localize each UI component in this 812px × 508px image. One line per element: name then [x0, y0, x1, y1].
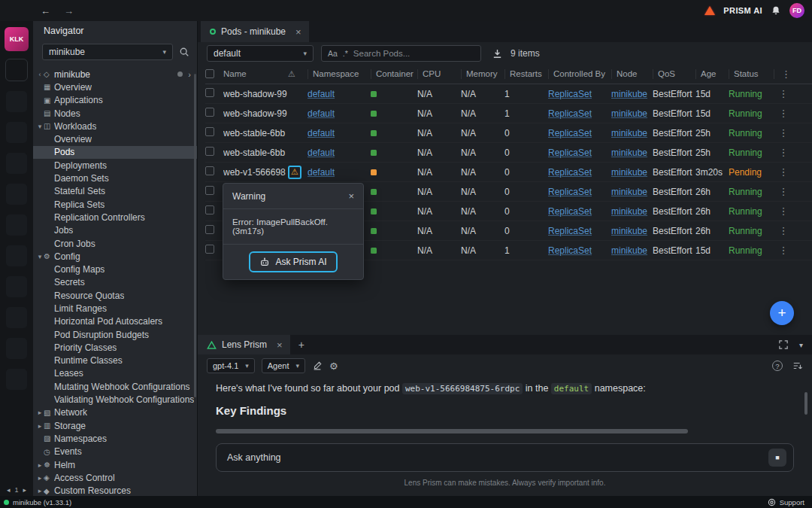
model-select[interactable]: gpt-4.1 ▾	[207, 358, 255, 373]
row-checkbox[interactable]	[205, 127, 214, 136]
namespace-link[interactable]: default	[308, 128, 335, 138]
sidebar-item-applications[interactable]: ▣Applications	[33, 94, 197, 107]
sidebar-item-network[interactable]: ▸▧Network	[33, 406, 197, 419]
controlled-by-link[interactable]: ReplicaSet	[548, 206, 592, 217]
download-icon[interactable]	[492, 48, 503, 59]
new-chat-icon[interactable]	[312, 360, 323, 371]
table-row[interactable]: web-shadow-99defaultN/AN/A1ReplicaSetmin…	[205, 104, 812, 123]
row-checkbox[interactable]	[205, 225, 214, 234]
column-header-name[interactable]: Name	[223, 69, 288, 79]
sidebar-item-replication-controllers[interactable]: Replication Controllers	[33, 211, 197, 224]
namespace-link[interactable]: default	[308, 89, 335, 99]
sidebar-item-secrets[interactable]: Secrets	[33, 276, 197, 289]
chevron-down-icon[interactable]: ▾	[36, 253, 44, 260]
controlled-by-link[interactable]: ReplicaSet	[548, 128, 592, 138]
controlled-by-link[interactable]: ReplicaSet	[548, 167, 592, 178]
chevron-down-icon[interactable]: ▾	[36, 123, 44, 130]
hotbar-empty-slot[interactable]	[5, 59, 28, 81]
row-checkbox[interactable]	[205, 205, 214, 214]
node-link[interactable]: minikube	[611, 167, 647, 178]
column-header-namespace[interactable]: Namespace	[308, 69, 371, 79]
namespace-link[interactable]: default	[308, 148, 335, 158]
chevron-right-icon[interactable]: ▸	[36, 487, 44, 494]
sidebar-item-daemon-sets[interactable]: Daemon Sets	[33, 172, 197, 184]
cluster-select[interactable]: minikube ▾	[42, 44, 173, 60]
column-header-cpu[interactable]: CPU	[417, 69, 461, 79]
table-menu-icon[interactable]: ⋮	[774, 69, 793, 79]
expand-panel-icon[interactable]	[779, 340, 788, 349]
row-menu-icon[interactable]: ⋮	[774, 205, 793, 217]
controlled-by-link[interactable]: ReplicaSet	[548, 226, 592, 236]
row-checkbox[interactable]	[205, 245, 214, 254]
namespace-select[interactable]: default ▾	[207, 45, 314, 62]
controlled-by-link[interactable]: ReplicaSet	[548, 245, 592, 256]
sidebar-item-config-maps[interactable]: Config Maps	[33, 263, 197, 275]
warning-filter-icon[interactable]: ⚠	[288, 69, 308, 79]
support-link[interactable]: Support	[768, 498, 804, 506]
row-menu-icon[interactable]: ⋮	[774, 166, 793, 178]
chevron-right-icon[interactable]: ▸	[36, 422, 44, 430]
sidebar-item-deployments[interactable]: Deployments	[33, 159, 197, 172]
controlled-by-link[interactable]: ReplicaSet	[548, 187, 592, 197]
chevron-right-icon[interactable]: ›	[188, 70, 191, 79]
controlled-by-link[interactable]: ReplicaSet	[548, 89, 592, 99]
prism-scrollbar[interactable]	[804, 392, 807, 415]
sidebar-item-helm[interactable]: ▸☸Helm	[33, 458, 197, 471]
node-link[interactable]: minikube	[611, 128, 647, 138]
notifications-bell-icon[interactable]	[771, 5, 781, 16]
sidebar-item-stateful-sets[interactable]: Stateful Sets	[33, 185, 197, 198]
sidebar-item-overview[interactable]: ▦Overview	[33, 81, 197, 93]
row-menu-icon[interactable]: ⋮	[774, 127, 793, 138]
sidebar-item-jobs[interactable]: Jobs	[33, 224, 197, 237]
ask-anything-input[interactable]: Ask anything ■	[216, 443, 794, 472]
column-header-age[interactable]: Age	[695, 69, 729, 79]
user-avatar[interactable]: FD	[789, 3, 804, 18]
sidebar-item-nodes[interactable]: ▤Nodes	[33, 107, 197, 120]
sidebar-item-resource-quotas[interactable]: Resource Quotas	[33, 289, 197, 302]
row-checkbox[interactable]	[205, 108, 214, 117]
node-link[interactable]: minikube	[611, 108, 647, 119]
cluster-item-minikube[interactable]: ‹◇minikube›	[33, 68, 197, 81]
active-cluster-logo[interactable]: KLK	[5, 27, 29, 51]
namespace-link[interactable]: default	[308, 167, 335, 178]
sidebar-item-namespaces[interactable]: ▨Namespaces	[33, 432, 197, 445]
column-header-memory[interactable]: Memory	[461, 69, 504, 79]
node-link[interactable]: minikube	[611, 187, 647, 197]
sidebar-item-runtime-classes[interactable]: Runtime Classes	[33, 354, 197, 367]
sidebar-item-horizontal-pod-autoscalers[interactable]: Horizontal Pod Autoscalers	[33, 315, 197, 328]
table-row[interactable]: web-stable-6bbdefaultN/AN/A0ReplicaSetmi…	[205, 123, 812, 143]
new-prism-tab-icon[interactable]: +	[298, 339, 304, 351]
tab-lens-prism[interactable]: Lens Prism ×	[198, 335, 290, 354]
back-button[interactable]: ←	[41, 5, 50, 17]
row-menu-icon[interactable]: ⋮	[774, 245, 793, 256]
chevron-left-icon[interactable]: ‹	[36, 71, 44, 78]
row-checkbox[interactable]	[205, 88, 214, 97]
sidebar-item-replica-sets[interactable]: Replica Sets	[33, 198, 197, 211]
controlled-by-link[interactable]: ReplicaSet	[548, 108, 592, 119]
tab-pods-minikube[interactable]: Pods - minikube ×	[201, 21, 309, 42]
namespace-link[interactable]: default	[308, 108, 335, 119]
sidebar-item-priority-classes[interactable]: Priority Classes	[33, 341, 197, 354]
match-case-toggle[interactable]: Aa	[328, 49, 338, 58]
sidebar-item-cron-jobs[interactable]: Cron Jobs	[33, 237, 197, 250]
row-menu-icon[interactable]: ⋮	[774, 88, 793, 99]
history-icon[interactable]	[792, 360, 803, 371]
node-link[interactable]: minikube	[611, 148, 647, 158]
row-checkbox[interactable]	[205, 186, 214, 195]
gear-icon[interactable]: ⚙	[329, 360, 338, 372]
table-row[interactable]: web-shadow-99defaultN/AN/A1ReplicaSetmin…	[205, 84, 812, 104]
regex-toggle[interactable]: .*	[343, 49, 348, 58]
sidebar-item-access-control[interactable]: ▸◈Access Control	[33, 471, 197, 484]
help-icon[interactable]: ?	[772, 360, 783, 371]
statusbar-cluster[interactable]: minikube (v1.33.1)	[4, 498, 71, 506]
sidebar-item-leases[interactable]: Leases	[33, 367, 197, 380]
table-row[interactable]: web-v1-566698⚠defaultN/AN/A0ReplicaSetmi…	[205, 163, 812, 182]
column-header-container[interactable]: Container	[371, 69, 417, 79]
row-checkbox[interactable]	[205, 147, 214, 156]
ask-prism-ai-button[interactable]: Ask Prism AI	[249, 251, 337, 272]
select-all-checkbox[interactable]	[205, 69, 214, 78]
prism-tab-close-icon[interactable]: ×	[277, 339, 283, 351]
navigator-scrollbar[interactable]	[194, 74, 196, 397]
sidebar-item-workloads[interactable]: ▾◫Workloads	[33, 120, 197, 132]
chevron-right-icon[interactable]: ▸	[36, 461, 44, 469]
